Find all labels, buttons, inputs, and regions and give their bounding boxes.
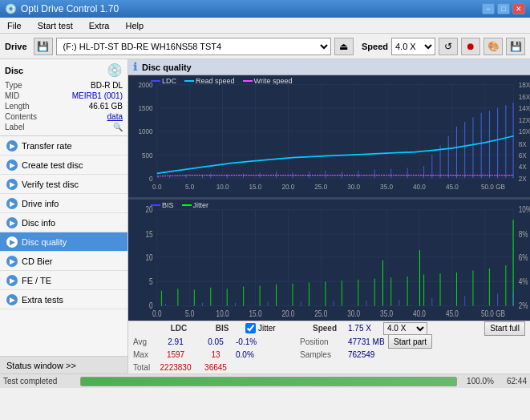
- menu-help[interactable]: Help: [121, 20, 148, 31]
- sidebar-item-transfer-rate[interactable]: ▶ Transfer rate: [0, 136, 127, 155]
- svg-text:8%: 8%: [519, 229, 528, 238]
- progress-time: 62:44: [499, 377, 527, 386]
- svg-rect-114: [210, 287, 211, 305]
- svg-rect-120: [309, 282, 310, 305]
- disc-info-label: Label 🔍: [5, 122, 123, 132]
- ldc-header: LDC: [159, 324, 199, 333]
- svg-text:40.0: 40.0: [413, 309, 426, 318]
- minimize-button[interactable]: −: [482, 3, 495, 14]
- svg-text:1000: 1000: [139, 127, 153, 136]
- svg-rect-119: [292, 283, 293, 305]
- svg-rect-131: [456, 272, 457, 305]
- stats-header-row: LDC BIS Jitter Speed 1.75 X 4.0 X Start …: [128, 321, 530, 335]
- svg-text:16X: 16X: [519, 93, 530, 102]
- progress-percent: 100.0%: [462, 377, 494, 386]
- sidebar: Disc 💿 Type BD-R DL MID MEIRB1 (001) Len…: [0, 59, 128, 374]
- fe-te-icon: ▶: [6, 275, 18, 286]
- svg-text:18X: 18X: [519, 81, 530, 90]
- svg-rect-70: [505, 105, 506, 178]
- save-button[interactable]: 💾: [506, 38, 525, 55]
- charts-container: LDC Read speed Write speed: [128, 75, 530, 321]
- bis-header: BIS: [202, 324, 242, 333]
- jitter-checkbox[interactable]: [245, 323, 256, 333]
- svg-text:14X: 14X: [519, 104, 530, 113]
- svg-rect-123: [358, 279, 358, 305]
- svg-text:40.0: 40.0: [413, 183, 426, 192]
- svg-rect-53: [309, 172, 310, 178]
- status-window-button[interactable]: Status window >>: [0, 356, 127, 374]
- svg-text:4X: 4X: [519, 162, 527, 171]
- disc-panel-title: Disc: [5, 66, 23, 75]
- menu-extra[interactable]: Extra: [85, 20, 114, 31]
- jitter-legend-color: [182, 204, 192, 206]
- sidebar-nav: ▶ Transfer rate ▶ Create test disc ▶ Ver…: [0, 136, 127, 356]
- avg-label: Avg: [133, 337, 156, 346]
- verify-test-disc-icon: ▶: [6, 179, 18, 190]
- total-ldc: 2223830: [156, 363, 196, 372]
- svg-rect-57: [374, 170, 375, 178]
- max-ldc: 1597: [156, 350, 196, 359]
- max-bis: 13: [196, 350, 236, 359]
- svg-rect-115: [227, 289, 228, 305]
- speed-value: 1.75 X: [348, 324, 380, 333]
- avg-jitter: -0.1%: [236, 337, 300, 346]
- sidebar-item-extra-tests[interactable]: ▶ Extra tests: [0, 290, 127, 309]
- ldc-legend-color: [151, 80, 160, 82]
- maximize-button[interactable]: □: [497, 3, 510, 14]
- sidebar-item-disc-info[interactable]: ▶ Disc info: [0, 213, 127, 232]
- svg-text:20.0: 20.0: [281, 183, 294, 192]
- cd-bier-icon: ▶: [6, 256, 18, 267]
- close-button[interactable]: ✕: [512, 3, 525, 14]
- svg-text:10: 10: [146, 252, 153, 261]
- sidebar-item-drive-info[interactable]: ▶ Drive info: [0, 194, 127, 213]
- refresh-button[interactable]: ↺: [439, 38, 458, 55]
- legend-bis: BIS: [151, 201, 174, 209]
- sidebar-item-cd-bier[interactable]: ▶ CD Bier: [0, 252, 127, 271]
- svg-rect-50: [260, 172, 261, 178]
- svg-text:30.0: 30.0: [347, 309, 360, 318]
- start-part-button[interactable]: Start part: [388, 334, 432, 349]
- svg-rect-147: [513, 290, 514, 305]
- app-title: Opti Drive Control 1.70: [21, 3, 119, 14]
- legend-jitter: Jitter: [182, 201, 209, 209]
- disc-panel-icon: 💿: [107, 63, 123, 78]
- disc-info-mid: MID MEIRB1 (001): [5, 91, 123, 101]
- max-label: Max: [133, 350, 156, 359]
- svg-text:10.0: 10.0: [216, 183, 229, 192]
- palette-button[interactable]: 🎨: [483, 38, 503, 55]
- menu-file[interactable]: File: [3, 20, 26, 31]
- svg-text:0.0: 0.0: [152, 183, 161, 192]
- sidebar-item-disc-quality[interactable]: ▶ Disc quality: [0, 232, 127, 252]
- svg-text:15.0: 15.0: [249, 309, 262, 318]
- read-speed-legend-color: [184, 80, 194, 82]
- menu-start-test[interactable]: Start test: [34, 20, 77, 31]
- bis-legend-color: [151, 204, 160, 206]
- sidebar-item-verify-test-disc[interactable]: ▶ Verify test disc: [0, 175, 127, 194]
- svg-text:10X: 10X: [519, 127, 530, 136]
- svg-text:8X: 8X: [519, 139, 527, 148]
- svg-text:35.0: 35.0: [380, 183, 393, 192]
- svg-text:4%: 4%: [519, 277, 528, 286]
- speed-label: Speed: [362, 42, 388, 51]
- drive-select[interactable]: (F:) HL-DT-ST BD-RE WH16NS58 TST4: [56, 38, 331, 55]
- sidebar-item-fe-te[interactable]: ▶ FE / TE: [0, 271, 127, 290]
- svg-rect-142: [366, 301, 367, 305]
- speed-select[interactable]: 4.0 X: [391, 38, 435, 55]
- eject-button[interactable]: ⏏: [334, 38, 354, 55]
- drive-icon-btn[interactable]: 💾: [34, 38, 53, 55]
- disc-quality-icon: ▶: [6, 236, 18, 248]
- svg-rect-0: [128, 75, 530, 197]
- svg-text:5.0: 5.0: [185, 309, 194, 318]
- svg-rect-146: [497, 293, 498, 305]
- sidebar-item-create-test-disc[interactable]: ▶ Create test disc: [0, 155, 127, 175]
- speed-select[interactable]: 4.0 X: [383, 322, 427, 335]
- record-button[interactable]: ⏺: [461, 38, 480, 55]
- svg-rect-130: [440, 273, 441, 305]
- start-full-button[interactable]: Start full: [484, 321, 525, 336]
- svg-rect-127: [407, 276, 408, 305]
- write-speed-legend-color: [243, 80, 253, 82]
- chart1-legend: LDC Read speed Write speed: [151, 77, 292, 85]
- svg-text:25.0: 25.0: [314, 309, 327, 318]
- svg-rect-118: [276, 285, 277, 306]
- svg-rect-144: [431, 297, 432, 305]
